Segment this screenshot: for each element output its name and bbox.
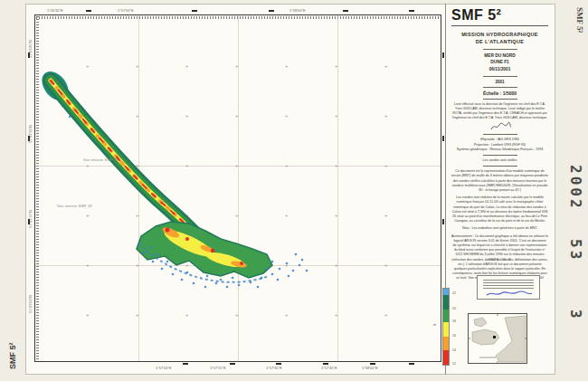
divider [483, 76, 517, 77]
grid-tick [230, 363, 235, 365]
depth-label: 16 [452, 334, 456, 338]
depth-label: 22 [452, 291, 456, 295]
latitude-label-left: 51°03'00"N [28, 295, 33, 313]
grid-tick [276, 363, 281, 365]
map-scale: Échelle : 1/5000 [451, 90, 548, 96]
longitude-label-bottom: 1°57'30"E [266, 366, 282, 370]
nota-line: Nota : Les isobathes sont générées à par… [451, 226, 548, 231]
document-reference-number: 23016 - 53 - 3 [445, 257, 554, 262]
sheet-title: SMF 5² [451, 7, 548, 24]
margin-title-left: SMF 5² [8, 342, 17, 369]
divider [483, 166, 517, 167]
divider [483, 49, 517, 50]
legend-color-green [443, 310, 449, 322]
legend-color-blue [443, 289, 449, 295]
survey-area-block: MER DU NORD DUNE F1 06/11/2001 [451, 52, 548, 73]
inset-survey-location-marker [493, 336, 496, 338]
longitude-label-bottom: 1°58'00"E [362, 366, 378, 370]
grid-tick [409, 10, 414, 12]
grid-tick [409, 363, 414, 365]
map-area: Voir minute SMF 19 Voir minute SMF 18 ++… [35, 15, 441, 361]
approval-stamp-box [477, 275, 540, 300]
divider [483, 155, 517, 156]
archive-year-stencil: 2002 [567, 165, 584, 211]
legend-color-yellow [443, 322, 449, 337]
grid-tick [370, 363, 375, 365]
margin-title-right: SMF 5² [575, 7, 584, 33]
longitude-label-top: 1°57'00"E [118, 8, 134, 13]
tide-paragraph: Les sondes sont réduites de la marée cal… [451, 195, 548, 224]
depth-label: 12 [452, 362, 456, 366]
divider [483, 87, 517, 88]
survey-date: 06/11/2001 [451, 66, 548, 73]
grid-tick [343, 10, 348, 12]
grid-tick [28, 136, 30, 141]
grid-tick [442, 219, 444, 224]
grid-tick [442, 52, 444, 58]
title-rule [451, 25, 548, 26]
grid-tick [183, 363, 188, 365]
geodesy-block: Ellipsoïde : IAG GRS 1980 Projection : L… [451, 138, 548, 152]
inset-land-small [474, 318, 487, 327]
grid-tick [442, 136, 444, 141]
mission-name: MISSION HYDROGRAPHIQUE DE L'ATLANTIQUE [451, 31, 548, 46]
legend-color-orange [443, 337, 449, 351]
depth-label: 18 [452, 319, 456, 323]
longitude-label-bottom: 1°57'45"E [321, 366, 337, 370]
divider [483, 134, 517, 135]
soundings-note: Les sondes sont réelles [451, 158, 548, 163]
longitude-label-bottom: 1°57'15"E [210, 366, 226, 370]
grid-tick [28, 52, 30, 58]
legend-color-dark-green [443, 295, 449, 310]
legend-color-red [443, 350, 449, 365]
archive-series-stencil: 53 [567, 239, 584, 262]
grid-tick [192, 10, 197, 12]
longitude-label-top: 1°58'00"E [289, 8, 306, 13]
grid-tick [86, 10, 91, 12]
geodetic-system-line: Système géodésique : Réseau Géodésique F… [451, 148, 548, 152]
sea-name: MER DU NORD [451, 52, 548, 60]
survey-year: 2001 [451, 80, 548, 84]
grid-tick [28, 219, 30, 224]
longitude-label-top: 1°56'30"E [47, 8, 63, 13]
dune-ridge [51, 81, 194, 233]
grid-tick [269, 10, 274, 12]
longitude-label-bottom: 1°57'00"E [156, 366, 172, 370]
inset-coastline-drawing [469, 314, 526, 363]
divider [483, 99, 517, 100]
stamp-signature-ink [485, 289, 534, 298]
adjacent-minute-note-lower: Voir minute SMF 18 [57, 204, 92, 208]
depth-label: 20 [452, 307, 456, 310]
inset-land-coast [496, 316, 526, 362]
mnt-paragraph: Ce document est la représentation d'un m… [451, 169, 548, 193]
signature-mark [488, 121, 512, 131]
dune-name: DUNE F1 [451, 59, 548, 66]
situation-inset-map [468, 313, 527, 364]
adjacent-minute-note-upper: Voir minute SMF 19 [83, 157, 119, 162]
survey-sheet-page: Voir minute SMF 19 Voir minute SMF 18 ++… [0, 0, 588, 381]
credits-paragraph: Levé effectué sous la direction de l'ing… [451, 102, 548, 121]
archive-number-stencil: 3 [567, 310, 584, 321]
grid-tick [323, 363, 328, 365]
dune-bathymetry-image [35, 15, 441, 361]
depth-legend-bar [442, 288, 450, 366]
depth-label: 14 [452, 348, 456, 352]
